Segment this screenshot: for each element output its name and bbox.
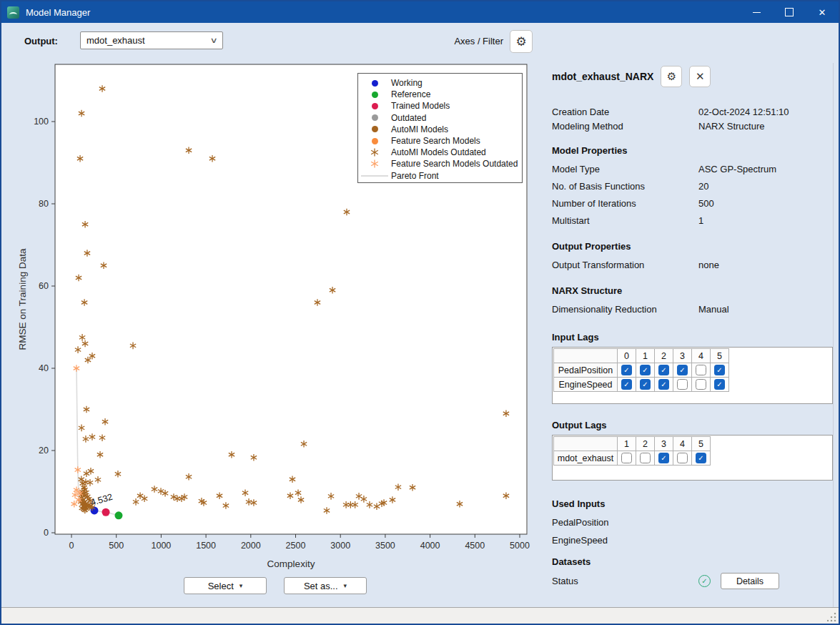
x-tick-label: 4500 (465, 541, 485, 551)
legend-label: Working (391, 78, 423, 88)
legend-entry: Feature Search Models Outdated (358, 158, 522, 169)
model-manager-window: Model Manager ✕ Output: mdot_exhaust ∨ A… (0, 0, 840, 625)
x-tick-label: 3500 (375, 541, 395, 551)
property-row: Dimensionality ReductionManual (552, 300, 833, 318)
close-button[interactable]: ✕ (806, 1, 839, 23)
lag-checkbox-checked[interactable]: ✓ (640, 379, 651, 390)
y-tick-label: 80 (39, 199, 49, 209)
used-input-item: EngineSpeed (552, 531, 833, 549)
output-lags-box: 12345mdot_exhaust✓✓ (552, 435, 833, 481)
property-label: Multistart (552, 215, 698, 226)
lag-checkbox-checked[interactable]: ✓ (621, 365, 632, 375)
lag-checkbox-checked[interactable]: ✓ (640, 365, 651, 375)
y-tick-label: 40 (39, 363, 49, 373)
maximize-button[interactable] (773, 1, 806, 23)
minimize-button[interactable] (740, 1, 773, 23)
lag-column-header: 3 (655, 437, 673, 451)
legend-marker-asterisk-icon (358, 159, 391, 168)
model-info-rows: Creation Date02-Oct-2024 12:51:10Modelin… (552, 104, 833, 133)
lag-checkbox-unchecked[interactable] (677, 379, 688, 390)
lag-checkbox-checked[interactable]: ✓ (658, 379, 669, 390)
output-dropdown-value: mdot_exhaust (87, 35, 145, 46)
lag-column-header: 1 (636, 349, 655, 363)
select-button[interactable]: Select ▾ (184, 577, 267, 594)
legend-label: Reference (391, 89, 430, 99)
output-dropdown[interactable]: mdot_exhaust ∨ (80, 31, 223, 49)
resize-grip[interactable] (827, 612, 836, 621)
property-value: 1 (698, 215, 703, 226)
lag-checkbox-checked[interactable]: ✓ (658, 365, 669, 375)
legend-label: AutoMI Models Outdated (391, 147, 486, 157)
lag-column-header: 4 (673, 437, 692, 451)
model-panel-close-button[interactable]: ✕ (689, 66, 711, 87)
details-button[interactable]: Details (721, 573, 779, 589)
legend-marker-dot-icon (358, 114, 391, 121)
legend-marker-dot-icon (358, 138, 391, 144)
property-value: none (698, 260, 719, 270)
legend-label: AutoMI Models (391, 124, 448, 134)
property-value: 500 (698, 198, 714, 209)
property-value: NARX Structure (698, 121, 764, 132)
property-row: Creation Date02-Oct-2024 12:51:10 (552, 104, 833, 119)
property-value: 20 (698, 181, 708, 192)
panel-divider (833, 63, 834, 609)
x-tick-label: 4000 (420, 541, 440, 551)
x-tick-label: 2000 (241, 541, 261, 551)
model-settings-gear-button[interactable]: ⚙ (661, 66, 682, 87)
legend-marker-dot-icon (358, 80, 391, 87)
lag-checkbox-checked[interactable]: ✓ (714, 365, 725, 375)
property-row: Number of Iterations500 (552, 195, 833, 212)
chart-legend: WorkingReferenceTrained ModelsOutdatedAu… (357, 73, 523, 183)
legend-marker-asterisk-icon (358, 148, 391, 157)
lag-column-header: 3 (673, 349, 692, 363)
property-label: Number of Iterations (552, 198, 698, 209)
legend-label: Feature Search Models (391, 136, 480, 146)
lag-column-header: 5 (711, 349, 729, 363)
legend-label: Trained Models (391, 101, 450, 111)
y-tick-label: 100 (34, 117, 49, 127)
section-heading: Output Properties (552, 241, 833, 252)
input-lags-heading: Input Lags (552, 332, 833, 343)
property-label: Modeling Method (552, 121, 698, 132)
lag-column-header: 2 (655, 349, 673, 363)
dropdown-arrow-icon: ▾ (239, 582, 243, 589)
used-input-item: PedalPosition (552, 513, 833, 531)
property-value: 02-Oct-2024 12:51:10 (698, 107, 789, 117)
y-tick-label: 0 (44, 528, 49, 538)
lag-checkbox-checked[interactable]: ✓ (677, 365, 688, 375)
set-as-button[interactable]: Set as... ▾ (284, 577, 367, 594)
used-inputs-list: PedalPositionEngineSpeed (552, 513, 833, 549)
legend-marker-line-icon (358, 175, 391, 177)
scatter-dot-marker[interactable] (114, 511, 122, 519)
title-bar: Model Manager ✕ (1, 1, 839, 23)
lag-checkbox-checked[interactable]: ✓ (714, 379, 725, 390)
input-lags-box: 012345PedalPosition✓✓✓✓✓EngineSpeed✓✓✓✓ (552, 347, 833, 404)
lag-row-label: mdot_exhaust (554, 451, 618, 466)
axes-filter-gear-button[interactable]: ⚙ (510, 30, 533, 53)
property-label: Dimensionality Reduction (552, 304, 698, 315)
output-lags-heading: Output Lags (552, 420, 833, 430)
y-axis-label: RMSE on Training Data (17, 248, 28, 350)
section-heading: NARX Structure (552, 285, 833, 296)
app-icon (7, 6, 19, 19)
lag-checkbox-checked[interactable]: ✓ (658, 453, 669, 463)
lag-checkbox-unchecked[interactable] (640, 453, 651, 463)
legend-entry: Pareto Front (358, 170, 522, 182)
section-heading: Model Properties (552, 145, 833, 156)
axes-filter-label: Axes / Filter (452, 36, 503, 46)
x-tick-label: 500 (109, 541, 124, 551)
lag-checkbox-checked[interactable]: ✓ (696, 453, 706, 463)
lag-checkbox-unchecked[interactable] (696, 379, 706, 390)
output-label: Output: (24, 36, 58, 46)
lag-checkbox-checked[interactable]: ✓ (621, 379, 632, 390)
property-label: Model Type (552, 164, 698, 174)
lag-checkbox-unchecked[interactable] (696, 365, 706, 375)
legend-marker-dot-icon (358, 92, 391, 98)
property-row: Model TypeASC GP-Spectrum (552, 160, 833, 177)
lag-row-label: EngineSpeed (554, 378, 618, 392)
lag-checkbox-unchecked[interactable] (677, 453, 688, 463)
scatter-dot-marker[interactable] (102, 508, 110, 516)
lag-checkbox-unchecked[interactable] (621, 453, 632, 463)
y-tick-label: 20 (39, 446, 49, 456)
y-tick-label: 60 (39, 281, 49, 291)
